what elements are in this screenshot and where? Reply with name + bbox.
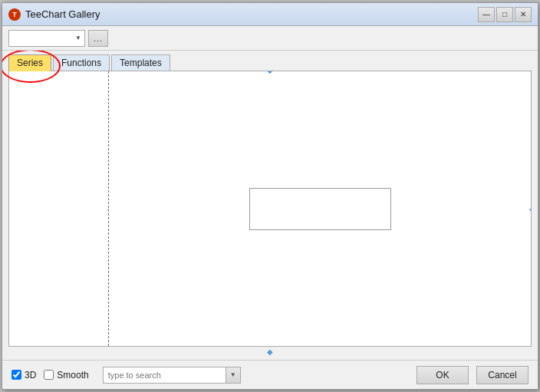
tab-bar: Series Functions Templates	[8, 54, 532, 71]
title-buttons: — □ ✕	[478, 7, 532, 22]
search-input[interactable]	[103, 367, 226, 384]
toolbar-combo[interactable]: ▼	[8, 30, 85, 47]
tab-series[interactable]: Series	[8, 54, 51, 71]
window-title: TeeChart Gallery	[25, 8, 100, 20]
tab-functions[interactable]: Functions	[53, 54, 110, 71]
series-list-panel	[9, 71, 109, 346]
checkbox-3d-label[interactable]: 3D	[25, 370, 36, 380]
tab-content	[8, 71, 532, 347]
checkbox-smooth-label[interactable]: Smooth	[57, 370, 88, 380]
toolbar-combo-arrow-icon: ▼	[75, 35, 81, 41]
toolbar: ▼ ...	[2, 26, 538, 51]
footer: 3D Smooth ▼ OK Cancel	[2, 360, 538, 389]
title-bar-left: T TeeChart Gallery	[8, 8, 100, 21]
search-combo: ▼	[103, 367, 241, 384]
series-preview-panel	[109, 71, 531, 346]
checkbox-smooth-group: Smooth	[44, 370, 88, 380]
title-bar: T TeeChart Gallery — □ ✕	[2, 3, 538, 26]
preview-box	[249, 188, 391, 230]
ok-button[interactable]: OK	[417, 366, 469, 384]
maximize-button[interactable]: □	[496, 7, 513, 22]
checkbox-smooth[interactable]	[44, 370, 54, 380]
toolbar-dots-button[interactable]: ...	[88, 30, 108, 47]
close-button[interactable]: ✕	[515, 7, 532, 22]
checkbox-3d[interactable]	[12, 370, 21, 380]
main-content: Series Functions Templates ◆	[2, 51, 538, 360]
app-icon: T	[8, 8, 21, 21]
search-dropdown-arrow-icon[interactable]: ▼	[226, 367, 241, 384]
tab-templates[interactable]: Templates	[111, 54, 170, 71]
bottom-resize-handle: ◆	[8, 348, 532, 354]
main-window: T TeeChart Gallery — □ ✕ ▼ ... Series Fu…	[2, 2, 538, 390]
minimize-button[interactable]: —	[478, 7, 495, 22]
cancel-button[interactable]: Cancel	[476, 366, 528, 384]
checkbox-3d-group: 3D	[12, 370, 36, 380]
